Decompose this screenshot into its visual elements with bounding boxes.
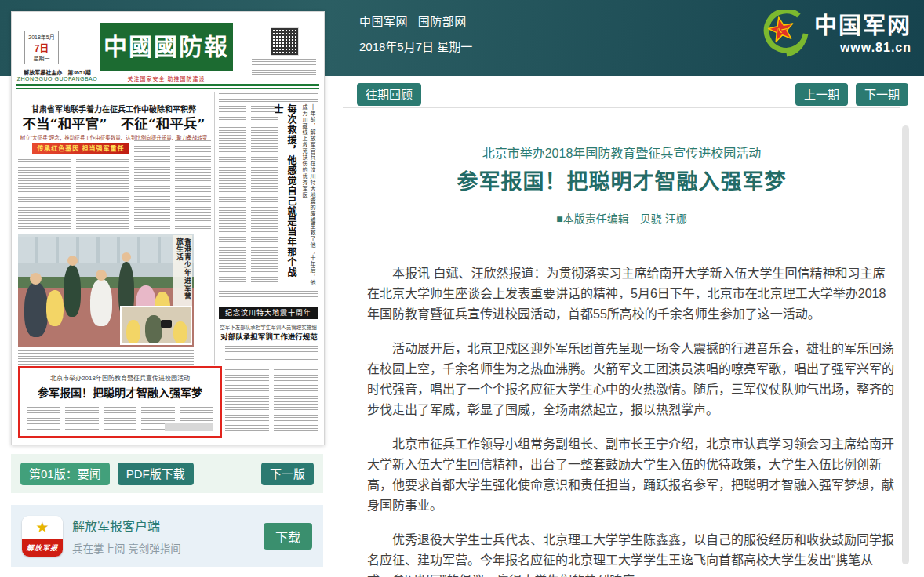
fake-text-column — [104, 405, 137, 431]
fake-text-column — [27, 405, 60, 431]
article-paragraph: 本报讯 白斌、汪欣然报道：为贯彻落实习主席给南开大学新入伍大学生回信精神和习主席… — [367, 263, 894, 325]
fake-text-column — [76, 159, 129, 231]
logo-text: 中国军网 www.81.cn — [814, 14, 911, 55]
logo-url: www.81.cn — [814, 41, 911, 55]
next-page-button[interactable]: 下一版 — [261, 463, 314, 485]
photo-figure — [46, 290, 64, 326]
fake-text-column — [65, 405, 99, 431]
app-icon: ★ 解放军报 — [22, 516, 63, 557]
np-contact-lines — [252, 59, 316, 79]
photo-figure-head — [96, 270, 107, 281]
article-paragraph: 活动展开后，北京卫戍区迎外军乐团首先呈现一场令人震撼的行进音乐会，雄壮的军乐回荡… — [367, 339, 894, 420]
photo-figure-head — [67, 256, 78, 266]
app-subtitle: 兵在掌上阅 亮剑弹指间 — [72, 540, 254, 556]
np-right-columns-bottom — [225, 369, 318, 435]
article-body: 本报讯 白斌、汪欣然报道：为贯彻落实习主席给南开大学新入伍大学生回信精神和习主席… — [367, 263, 894, 577]
np-photo: 香港青少年进军营 体验军旅生活 — [18, 234, 194, 347]
np-date-box: 2018年5月 7日 星期一 — [24, 31, 59, 64]
app-download-button[interactable]: 下载 — [264, 523, 312, 550]
np-date-month: 2018年5月 — [25, 33, 58, 41]
past-issues-button[interactable]: 往期回顾 — [357, 83, 421, 106]
star-icon: ★ — [35, 520, 49, 535]
scrollbar-thumb[interactable] — [902, 125, 909, 564]
header-links: 中国军网 国防部网 — [359, 13, 473, 29]
np-box-headline: 参军报国！把聪明才智融入强军梦 — [20, 384, 220, 400]
article-editor-line: ■本版责任编辑 贝骁 汪娜 — [343, 210, 900, 226]
fake-text-block — [219, 93, 318, 103]
fake-text-column — [225, 369, 269, 435]
np-qr-code — [271, 27, 299, 56]
site-logo[interactable]: 八一 中国军网 www.81.cn — [761, 10, 911, 59]
photo-figure-head — [30, 273, 42, 285]
photo-figure — [24, 282, 48, 337]
np-publisher-line: 解放军报社主办 第3651期 — [13, 68, 101, 76]
fake-text-column — [18, 159, 71, 231]
photo-building — [18, 237, 194, 263]
issue-navigation: 上一期 下一期 — [795, 83, 908, 106]
np-text-columns-left — [18, 159, 129, 231]
np-highlighted-article[interactable]: 北京市举办2018年国防教育暨征兵宣传进校园活动 参军报国！把聪明才智融入强军梦 — [18, 366, 222, 438]
prev-issue-button[interactable]: 上一期 — [795, 83, 848, 106]
photo-figure — [64, 265, 81, 317]
article-paragraph: 北京市征兵工作领导小组常务副组长、副市长王宁介绍，北京市认真学习领会习主席给南开… — [367, 434, 894, 516]
np-column-divider — [214, 92, 215, 365]
fake-text-block — [225, 346, 318, 361]
np-text-columns-mid — [134, 140, 211, 231]
np-small-headline: 对部队承担军训工作进行规范 — [220, 331, 318, 342]
edition-toolbar: 第01版：要闻 PDF版下载 下一版 — [11, 454, 323, 493]
np-main-headline: 不当“和平官” 不征“和平兵” — [13, 113, 214, 132]
app-title: 解放军报客户端 — [72, 516, 254, 535]
photo-figure — [90, 279, 112, 326]
app-promo: ★ 解放军报 解放军报客户端 兵在掌上阅 亮剑弹指间 下载 — [11, 505, 323, 567]
logo-emblem-icon: 八一 — [761, 10, 809, 59]
article-divider — [343, 107, 900, 108]
link-china-military[interactable]: 中国军网 — [359, 15, 408, 28]
np-green-rule — [16, 84, 319, 89]
photo-figure — [126, 320, 140, 343]
app-icon-emblem: ★ — [22, 516, 63, 539]
np-date-weekday: 星期一 — [25, 54, 58, 62]
np-masthead: 中國國防報 — [100, 23, 233, 71]
article-subtitle: 北京市举办2018年国防教育暨征兵宣传进校园活动 — [343, 143, 900, 161]
np-box-subtitle: 北京市举办2018年国防教育暨征兵宣传进校园活动 — [20, 373, 220, 382]
app-icon-label: 解放军报 — [22, 539, 63, 557]
np-red-banner: 传承红色基因 担当强军重任 — [32, 143, 129, 154]
page: 中国军网 国防部网 2018年5月7日 星期一 八一 中国军网 www.81.c… — [0, 0, 924, 577]
np-vertical-lead: 十年前，解放军官兵在汶川特大地震的废墟里救了他；十年后，他成为川藏线上救死扶伤的… — [300, 104, 316, 286]
np-memorial-bar: 纪念汶川特大地震十周年 — [219, 307, 318, 319]
np-slogan: 关注国家安全 助推国防建设 — [100, 74, 233, 82]
link-ministry-of-defense[interactable]: 国防部网 — [418, 15, 467, 28]
newspaper-front-page-preview[interactable]: 2018年5月 7日 星期一 解放军报社主办 第3651期 ZHONGGUO G… — [11, 11, 325, 445]
np-inset-photo — [120, 306, 192, 345]
next-issue-button[interactable]: 下一期 — [856, 83, 908, 106]
app-text: 解放军报客户端 兵在掌上阅 亮剑弹指间 — [72, 516, 254, 556]
photo-figure-head — [122, 252, 131, 262]
fake-text-block — [219, 291, 318, 302]
photo-figure — [145, 315, 162, 343]
np-box-editor-box — [165, 423, 213, 431]
np-right-columns — [219, 106, 278, 285]
fake-text-column — [134, 140, 170, 231]
header-date: 2018年5月7日 星期一 — [359, 38, 473, 54]
article-paragraph: 优秀退役大学生士兵代表、北京理工大学学生陈鑫鑫，以自己的服役经历和收获鼓励同学报… — [367, 530, 894, 577]
np-pinyin-line: ZHONGGUO GUOFANGBAO — [13, 76, 101, 82]
fake-text-column — [274, 369, 318, 435]
header-left: 中国军网 国防部网 2018年5月7日 星期一 — [359, 13, 473, 54]
logo-title: 中国军网 — [814, 14, 911, 39]
photo-figure — [173, 321, 187, 343]
photo-camera — [161, 320, 172, 328]
fake-text-column — [219, 106, 246, 285]
fake-text-column — [175, 140, 211, 231]
fake-text-column — [251, 106, 278, 285]
np-date-day: 7日 — [25, 41, 58, 54]
np-photo-caption-lines — [18, 350, 194, 365]
article-title: 参军报国！把聪明才智融入强军梦 — [343, 165, 900, 195]
edition-button[interactable]: 第01版：要闻 — [20, 463, 110, 485]
pdf-download-button[interactable]: PDF版下载 — [118, 463, 194, 485]
